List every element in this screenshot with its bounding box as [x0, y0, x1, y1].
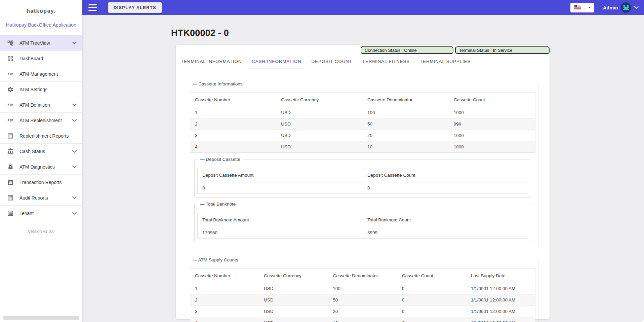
- table-cell: 4: [190, 141, 277, 153]
- caret-down-icon: [588, 7, 591, 8]
- sidebar-item-atm-definition[interactable]: ATMATM Definition: [0, 97, 82, 113]
- table-row: 1USD10001/1/0001 12:00:00 AM: [190, 283, 535, 294]
- chevron-down-icon: [72, 212, 78, 215]
- version-label: Version v1.0.0: [0, 229, 82, 234]
- menu-toggle-icon[interactable]: [88, 4, 97, 11]
- table-cell: 1000: [449, 130, 535, 141]
- table-cell: USD: [276, 107, 363, 118]
- total-banknote-fieldset: — Total Banknote Total Banknote AmountTo…: [194, 202, 531, 242]
- table-cell: 10: [328, 317, 397, 322]
- table-row: 2USD5001/1/0001 12:00:00 AM: [190, 294, 535, 306]
- language-selector[interactable]: ...: [570, 3, 594, 12]
- chevron-down-icon: [72, 196, 78, 199]
- sidebar-item-atm-management[interactable]: ATMATM Management: [0, 66, 82, 82]
- fieldset-legend: — Deposit Cassette: [197, 157, 243, 162]
- table-cell: 4: [190, 317, 259, 322]
- user-name: Admin: [603, 5, 618, 10]
- column-header-deposit-cassette-count: Deposit Cassette Count: [363, 168, 528, 182]
- user-menu[interactable]: Admin: [603, 2, 639, 13]
- bank-icon: [6, 148, 15, 155]
- table-header-row: Cassette NumberCassette CurrencyCassette…: [190, 93, 535, 107]
- sidebar-item-label: Audit Reports: [19, 195, 72, 201]
- sidebar-item-dashboard[interactable]: DashBoard: [0, 51, 82, 66]
- sidebar-item-atm-treeview[interactable]: ATM TreeView: [0, 35, 82, 51]
- column-header-cassette-count: Cassette Count: [449, 93, 535, 107]
- report-icon: [6, 194, 15, 201]
- sidebar-item-atm-diagnostics[interactable]: ATM Diagnostics: [0, 159, 82, 175]
- tab-terminal-fitness[interactable]: TERMINAL FITNESS: [360, 58, 412, 69]
- atm-icon: ATM: [6, 103, 15, 107]
- sidebar-horizontal-scrollbar[interactable]: [3, 316, 79, 320]
- fieldset-legend: — Cassette Informations: [190, 81, 245, 86]
- sidebar-item-cash-status[interactable]: Cash Status: [0, 144, 82, 159]
- sidebar-item-label: ATM TreeView: [19, 40, 72, 46]
- chevron-down-icon: [72, 150, 78, 153]
- table-cell: 100: [363, 107, 449, 118]
- table-cell: 0: [397, 306, 466, 317]
- sidebar-item-label: Transaction Reports: [19, 180, 78, 185]
- column-header-cassette-count: Cassette Count: [397, 269, 466, 283]
- sidebar: hatkopay. Hatkopay BackOffice Applicatio…: [0, 0, 82, 322]
- table-cell: 179950: [198, 227, 363, 239]
- table-cell: 0: [397, 294, 466, 306]
- tab-terminal-supplies[interactable]: TERMINAL SUPPLIES: [417, 58, 473, 69]
- table-cell: USD: [259, 283, 328, 294]
- fieldset-legend: — ATM Supply Counts: [190, 257, 241, 262]
- sidebar-item-label: ATM Replenishment: [19, 118, 72, 123]
- sidebar-item-label: Tenant: [19, 211, 72, 216]
- avatar: [621, 2, 631, 13]
- column-header-deposit-cassette-amount: Deposit Cassette Amount: [198, 168, 363, 182]
- app-window: hatkopay. Hatkopay BackOffice Applicatio…: [0, 0, 644, 322]
- sidebar-item-tenant[interactable]: Tenant: [0, 206, 82, 221]
- sidebar-item-label: DashBoard: [19, 56, 78, 61]
- sidebar-item-label: ATM Definition: [19, 102, 72, 108]
- deposit-cassette-fieldset: — Deposit Cassette Deposit Cassette Amou…: [194, 157, 531, 198]
- app-title-link[interactable]: Hatkopay BackOffice Application: [0, 22, 82, 28]
- table-cell: 0: [397, 317, 466, 322]
- display-alerts-button[interactable]: DISPLAY ALERTS: [108, 2, 162, 13]
- terminal-detail-card: Connection Status : OnlineTerminal Statu…: [176, 45, 550, 319]
- sidebar-item-label: Replenishment Reports: [19, 133, 78, 139]
- table-cell: 0: [363, 182, 528, 194]
- status-badge-connection-status: Connection Status : Online: [361, 46, 453, 54]
- topbar-right: ... Admin: [570, 2, 639, 13]
- tab-terminal-information[interactable]: TERMINAL INFORMATION: [178, 58, 244, 69]
- total-banknote-table: Total Banknote AmountTotal Banknote Coun…: [197, 213, 528, 239]
- table-cell: 2: [190, 294, 259, 306]
- chevron-down-icon: [72, 104, 78, 106]
- table-row: 1USD1001000: [190, 107, 535, 118]
- table-cell: 1/1/0001 12:00:00 AM: [466, 306, 535, 317]
- report-icon: [6, 210, 15, 217]
- table-cell: USD: [259, 294, 328, 306]
- table-row: 00: [198, 182, 528, 194]
- table-header-row: Cassette NumberCassette CurrencyCassette…: [190, 269, 535, 283]
- chevron-down-icon: [72, 166, 78, 168]
- table-cell: 1000: [449, 141, 535, 153]
- sidebar-item-replenishment-reports[interactable]: Replenishment Reports: [0, 128, 82, 144]
- column-header-last-supply-date: Last Supply Date: [466, 269, 535, 283]
- table-cell: USD: [276, 118, 363, 130]
- sidebar-item-transaction-reports[interactable]: Transaction Reports: [0, 175, 82, 190]
- tab-deposit-count[interactable]: DEPOSIT COUNT: [309, 58, 355, 69]
- table-row: 1799503999: [198, 227, 528, 239]
- gear-icon: [6, 86, 15, 93]
- table-cell: 0: [397, 283, 466, 294]
- table-cell: USD: [276, 130, 363, 141]
- sidebar-item-audit-reports[interactable]: Audit Reports: [0, 190, 82, 206]
- atm-icon: ATM: [6, 72, 15, 76]
- table-cell: 10: [363, 141, 449, 153]
- sidebar-item-atm-replenishment[interactable]: ATMATM Replenishment: [0, 113, 82, 128]
- tab-cash-information[interactable]: CASH INFORMATION: [249, 58, 304, 69]
- table-cell: 1: [190, 107, 277, 118]
- column-header-cassette-denominator: Cassette Denominator: [363, 93, 449, 107]
- table-cell: 50: [363, 118, 449, 130]
- table-cell: USD: [259, 317, 328, 322]
- column-header-cassette-currency: Cassette Currency: [259, 269, 328, 283]
- chevron-down-icon: [72, 119, 78, 122]
- column-header-cassette-number: Cassette Number: [190, 93, 277, 107]
- cassette-informations-table: Cassette NumberCassette CurrencyCassette…: [190, 93, 535, 153]
- sidebar-item-atm-settings[interactable]: ATM Settings: [0, 82, 82, 97]
- table-cell: 50: [328, 294, 397, 306]
- table-cell: 3: [190, 306, 259, 317]
- table-row: 2USD50999: [190, 118, 535, 130]
